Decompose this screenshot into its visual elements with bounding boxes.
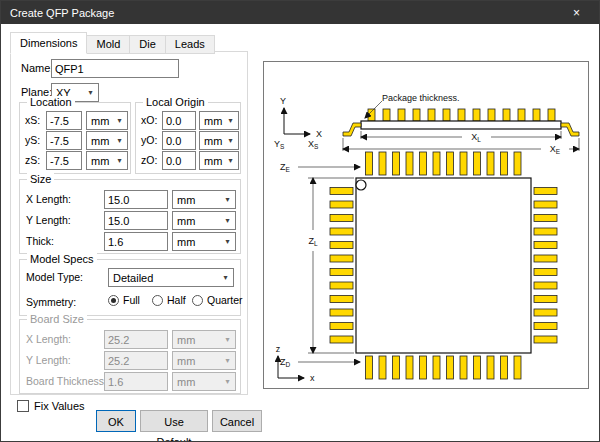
size-x-unit-select[interactable]: mm▾ [172,190,236,209]
symmetry-radio[interactable] [152,295,163,306]
use-default-button[interactable]: Use Default [140,410,208,432]
ys-input[interactable] [46,131,82,150]
xs-input[interactable] [46,111,82,130]
package-lead [379,356,386,379]
size-y-unit-select[interactable]: mm▾ [172,211,236,230]
package-lead [428,109,435,121]
symmetry-option-quarter[interactable]: Quarter [192,294,243,306]
chevron-down-icon: ▾ [220,377,235,386]
chevron-down-icon: ▾ [220,237,235,246]
gull-wing-lead-right [561,123,579,136]
package-lead [460,356,467,379]
thick-input[interactable] [104,232,168,251]
axis-label-z: z [276,344,281,354]
tab-die[interactable]: Die [129,35,166,54]
ys-unit-select[interactable]: mm▾ [86,131,128,150]
xs-unit-select[interactable]: mm▾ [86,111,128,130]
package-lead [534,309,557,316]
package-lead [393,152,400,175]
ok-button[interactable]: OK [96,410,136,432]
tab-leads[interactable]: Leads [165,35,215,54]
package-body-top [356,178,531,353]
board-y-label: Y Length: [26,354,71,366]
package-lead [458,109,465,121]
qfp-preview-panel: Y X YS XS Package thickness. XL [263,61,589,389]
chevron-down-icon: ▾ [83,88,98,97]
model-specs-group-title: Model Specs [27,253,97,265]
create-qfp-package-dialog: Create QFP Package × Dimensions Mold Die… [0,0,600,442]
package-lead [330,215,353,222]
chevron-down-icon: ▾ [223,116,238,125]
package-lead [534,269,557,276]
zs-label: zS: [25,154,40,166]
gull-wing-lead-left [343,123,361,136]
yo-unit-select[interactable]: mm▾ [199,131,239,150]
package-lead [473,109,480,121]
board-x-label: X Length: [26,333,71,345]
package-plan-view [330,152,557,379]
dim-label-ys: YS [274,139,285,150]
symmetry-option-full[interactable]: Full [108,294,140,306]
chevron-down-icon: ▾ [220,195,235,204]
axes-top: Y X YS XS [274,96,322,150]
size-group: Size X Length: mm▾ Y Length: mm▾ Thick: … [19,179,241,254]
package-lead [330,336,353,343]
tab-mold[interactable]: Mold [86,35,130,54]
name-label: Name: [21,62,53,74]
xo-unit-select[interactable]: mm▾ [199,111,239,130]
local-origin-group-title: Local Origin [143,96,208,108]
cancel-button[interactable]: Cancel [212,410,262,432]
location-group: Location xS: mm▾ yS: mm▾ zS: mm▾ [19,102,131,174]
zs-input[interactable] [46,151,82,170]
yo-input[interactable] [162,131,196,150]
chevron-down-icon: ▾ [223,136,238,145]
fix-values-option[interactable]: Fix Values [17,400,85,412]
tab-dimensions[interactable]: Dimensions [10,32,87,54]
package-lead [330,323,353,330]
package-lead [393,356,400,379]
package-lead [366,356,373,379]
symmetry-radio[interactable] [108,295,119,306]
model-specs-group: Model Specs Model Type: Detailed▾ Symmet… [19,259,241,316]
package-lead [383,109,390,121]
chevron-down-icon: ▾ [218,273,233,282]
package-lead [413,109,420,121]
package-lead [460,152,467,175]
xo-input[interactable] [162,111,196,130]
model-type-select[interactable]: Detailed▾ [108,268,234,287]
symmetry-option-half[interactable]: Half [152,294,186,306]
symmetry-radio[interactable] [192,295,203,306]
zo-input[interactable] [162,151,196,170]
package-lead [534,255,557,262]
package-lead [330,188,353,195]
package-lead [533,109,540,121]
package-lead [447,356,454,379]
close-button[interactable]: × [554,1,599,24]
package-lead [514,356,521,379]
board-x-input [104,330,168,349]
zs-unit-select[interactable]: mm▾ [86,151,128,170]
package-lead [406,356,413,379]
chevron-down-icon: ▾ [112,136,127,145]
dim-label-xs: XS [308,139,319,150]
board-thickness-unit-select: mm▾ [172,372,236,391]
thick-unit-select[interactable]: mm▾ [172,232,236,251]
package-lead [501,356,508,379]
size-y-input[interactable] [104,211,168,230]
package-lead [487,356,494,379]
package-lead [534,215,557,222]
package-lead [330,228,353,235]
board-y-unit-select: mm▾ [172,351,236,370]
side-view-leads [368,109,555,121]
package-lead [330,255,353,262]
package-lead [534,336,557,343]
name-input[interactable] [51,59,179,78]
dimensions-tab-panel: Name: Plane: XY ▾ Location xS: mm▾ yS: m… [10,51,248,395]
zo-unit-select[interactable]: mm▾ [199,151,239,170]
fix-values-checkbox[interactable] [17,400,29,412]
thick-label: Thick: [26,235,54,247]
size-x-input[interactable] [104,190,168,209]
package-lead [534,296,557,303]
dim-label-zd: ZD [280,357,291,368]
chevron-down-icon: ▾ [220,335,235,344]
